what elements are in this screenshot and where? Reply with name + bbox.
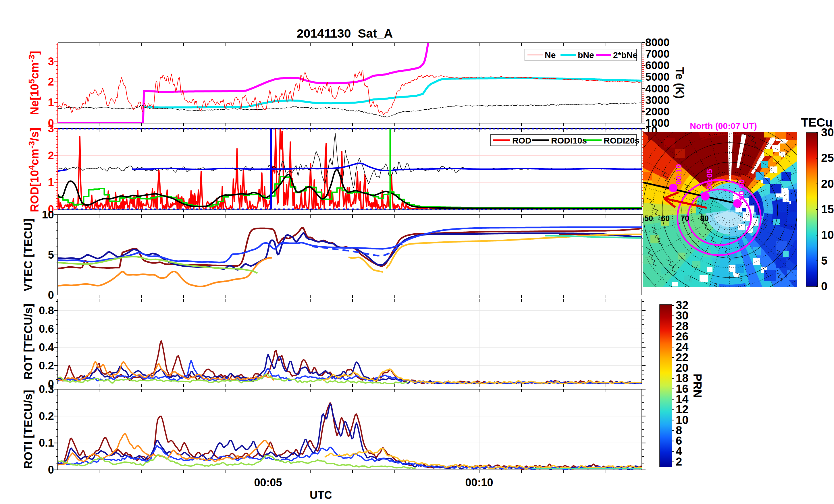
svg-text:1: 1 [48, 96, 54, 109]
svg-text:UTC: UTC [310, 489, 332, 501]
svg-text:0.3: 0.3 [39, 383, 54, 395]
svg-text:0: 0 [821, 280, 827, 293]
svg-text:bNe: bNe [578, 50, 594, 60]
svg-text:50: 50 [644, 214, 653, 223]
svg-text:20: 20 [821, 177, 834, 190]
svg-text:2*bNe: 2*bNe [613, 50, 637, 60]
svg-text:70: 70 [681, 214, 689, 223]
svg-text:0: 0 [48, 289, 54, 301]
svg-text:3: 3 [48, 122, 54, 135]
svg-text:0.8: 0.8 [39, 304, 54, 317]
svg-text:7000: 7000 [645, 48, 670, 60]
svg-text:0.4: 0.4 [39, 341, 54, 353]
svg-text:PRN: PRN [691, 374, 704, 398]
svg-text:00:00: 00:00 [737, 179, 746, 200]
svg-text:00:10: 00:10 [674, 164, 683, 185]
svg-text:North (00:07 UT): North (00:07 UT) [690, 121, 757, 131]
svg-text:5: 5 [48, 249, 54, 261]
svg-text:ROT [TECU/s]: ROT [TECU/s] [22, 304, 35, 380]
svg-text:25: 25 [821, 152, 834, 164]
svg-text:4000: 4000 [645, 83, 670, 95]
svg-text:0.2: 0.2 [39, 410, 54, 422]
svg-text:0.2: 0.2 [39, 360, 54, 372]
svg-text:3000: 3000 [645, 94, 670, 106]
svg-text:TECu: TECu [801, 116, 833, 129]
svg-text:3: 3 [48, 55, 54, 67]
svg-text:15: 15 [821, 203, 834, 215]
svg-text:1: 1 [48, 176, 54, 188]
svg-text:6000: 6000 [645, 60, 670, 71]
svg-text:8000: 8000 [645, 37, 670, 48]
svg-text:2000: 2000 [645, 106, 670, 118]
svg-text:20141130 Sat_A: 20141130 Sat_A [297, 26, 393, 40]
svg-text:0: 0 [48, 464, 54, 476]
svg-text:ROTI [TECU/s]: ROTI [TECU/s] [22, 390, 35, 469]
svg-text:0.1: 0.1 [39, 437, 54, 449]
svg-text:10: 10 [821, 228, 834, 241]
svg-text:80: 80 [700, 214, 709, 223]
svg-text:VTEC [TECU]: VTEC [TECU] [22, 219, 35, 291]
svg-text:00:05: 00:05 [254, 477, 282, 488]
svg-text:2: 2 [48, 150, 54, 162]
svg-text:ROD: ROD [512, 136, 531, 145]
svg-text:RODI20s: RODI20s [603, 136, 639, 145]
svg-text:Te (K): Te (K) [674, 67, 686, 99]
svg-text:10: 10 [42, 209, 54, 221]
svg-text:0.6: 0.6 [39, 323, 54, 335]
svg-text:5: 5 [821, 254, 827, 267]
svg-text:00:05: 00:05 [705, 169, 714, 189]
svg-text:2: 2 [676, 455, 682, 468]
svg-text:60: 60 [661, 214, 670, 223]
svg-text:Ne: Ne [545, 50, 556, 60]
svg-text:RODI10s: RODI10s [551, 136, 587, 145]
svg-text:00:10: 00:10 [465, 477, 493, 488]
svg-text:2: 2 [48, 76, 54, 88]
svg-text:5000: 5000 [645, 71, 670, 83]
